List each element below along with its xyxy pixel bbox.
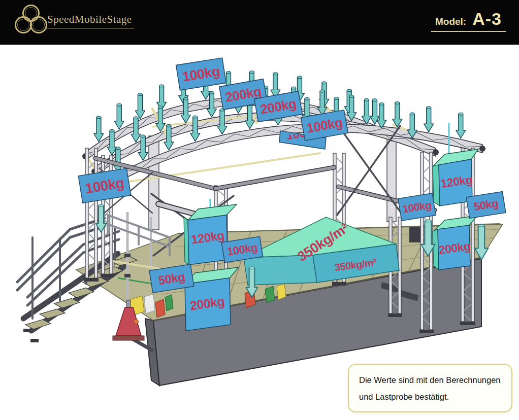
arch-end-connector bbox=[433, 149, 439, 155]
header-bar: SpeedMobileStage Model: A-3 bbox=[0, 0, 519, 45]
trailer-marking-green bbox=[165, 295, 173, 311]
arch-end-connector bbox=[479, 146, 485, 152]
truss-web bbox=[392, 221, 398, 227]
truss-web bbox=[424, 187, 430, 193]
down-arrow-icon bbox=[134, 117, 138, 119]
brand-title: SpeedMobileStage bbox=[47, 13, 134, 26]
trailer-marking-red bbox=[155, 299, 165, 318]
note-line-2: und Lastprobe bestätigt. bbox=[359, 389, 501, 405]
down-arrow-icon bbox=[364, 98, 369, 101]
truss-web bbox=[336, 157, 342, 163]
down-arrow-icon bbox=[193, 116, 198, 118]
truss-web bbox=[336, 178, 342, 184]
truss-web bbox=[88, 254, 94, 260]
truss-web bbox=[105, 200, 110, 206]
stair-foot bbox=[30, 339, 39, 342]
down-arrow-icon bbox=[379, 103, 384, 106]
note-box: Die Werte sind mit den Berechnungen und … bbox=[348, 364, 512, 412]
truss-web bbox=[88, 233, 94, 239]
model-badge: Model: A-3 bbox=[431, 10, 506, 32]
down-arrow-icon bbox=[114, 105, 124, 129]
down-arrow-icon bbox=[249, 267, 255, 269]
truss-web bbox=[336, 198, 342, 204]
down-arrow-icon bbox=[209, 91, 214, 94]
down-arrow-icon bbox=[393, 103, 402, 127]
truss-web bbox=[424, 156, 430, 162]
down-arrow-icon bbox=[410, 113, 414, 115]
down-arrow-icon bbox=[349, 95, 354, 98]
truss-web bbox=[217, 190, 224, 196]
down-arrow-icon bbox=[395, 101, 400, 104]
truss-web bbox=[88, 213, 94, 219]
down-arrow-icon bbox=[425, 220, 431, 222]
trailer-marking-green bbox=[265, 286, 275, 303]
down-arrow-icon bbox=[116, 147, 120, 150]
back-column bbox=[149, 136, 159, 230]
down-arrow-icon bbox=[110, 129, 114, 132]
down-arrow-icon bbox=[183, 97, 188, 100]
down-arrow-icon bbox=[373, 99, 377, 101]
down-arrow-icon bbox=[305, 97, 309, 100]
back-column bbox=[387, 133, 396, 222]
down-arrow-icon bbox=[117, 103, 121, 106]
down-arrow-icon bbox=[347, 89, 351, 92]
down-arrow-icon bbox=[159, 85, 164, 87]
down-arrow-icon bbox=[478, 224, 485, 227]
model-value: A-3 bbox=[472, 10, 502, 27]
load-label-roof-1: 100kg bbox=[176, 58, 226, 90]
down-arrow-icon bbox=[94, 117, 104, 142]
page: 350kg/m² 350kg/m² 120kg 200kg 12 bbox=[0, 0, 519, 420]
chain-hoist bbox=[409, 227, 420, 242]
three-rings-icon bbox=[9, 2, 53, 43]
down-arrow-icon bbox=[96, 116, 101, 119]
truss-web bbox=[88, 203, 94, 209]
down-arrow-icon bbox=[322, 82, 327, 84]
down-arrow-icon bbox=[334, 97, 339, 100]
truss-web bbox=[424, 166, 430, 172]
down-arrow-icon bbox=[136, 94, 145, 119]
down-arrow-icon bbox=[158, 106, 163, 109]
down-arrow-icon bbox=[297, 76, 302, 79]
column-foot bbox=[101, 274, 114, 277]
down-arrow-icon bbox=[138, 93, 143, 96]
down-arrow-icon bbox=[459, 113, 463, 115]
down-arrow-icon bbox=[167, 124, 171, 127]
model-label: Model: bbox=[435, 16, 466, 27]
column-foot bbox=[388, 313, 402, 317]
column-foot bbox=[460, 322, 475, 325]
truss-column-chord bbox=[420, 152, 424, 330]
stage-load-diagram: 350kg/m² 350kg/m² 120kg 200kg 12 bbox=[0, 0, 519, 420]
column-foot bbox=[332, 282, 346, 286]
note-line-1: Die Werte sind mit den Berechnungen bbox=[359, 372, 501, 389]
down-arrow-icon bbox=[427, 107, 431, 109]
down-arrow-icon bbox=[291, 87, 296, 89]
column-foot bbox=[84, 278, 99, 282]
down-arrow-icon bbox=[141, 135, 145, 137]
down-arrow-icon bbox=[249, 71, 254, 74]
down-arrow-icon bbox=[456, 114, 466, 138]
down-arrow-icon bbox=[273, 73, 278, 75]
stair-foot bbox=[23, 329, 31, 332]
down-arrow-icon bbox=[99, 204, 104, 207]
truss-web bbox=[424, 177, 430, 183]
truss-web bbox=[336, 167, 342, 173]
load-label-right-inner: 100kg bbox=[398, 193, 436, 221]
trailer-marking-white bbox=[144, 294, 155, 313]
truss-web bbox=[105, 251, 110, 257]
trailer-marking-yellow bbox=[277, 284, 286, 300]
down-arrow-icon bbox=[424, 108, 434, 132]
down-arrow-icon bbox=[320, 90, 325, 92]
column-foot bbox=[419, 330, 434, 333]
down-arrow-icon bbox=[226, 72, 231, 74]
truss-column-chord bbox=[85, 148, 88, 278]
truss-column-chord bbox=[94, 148, 98, 278]
